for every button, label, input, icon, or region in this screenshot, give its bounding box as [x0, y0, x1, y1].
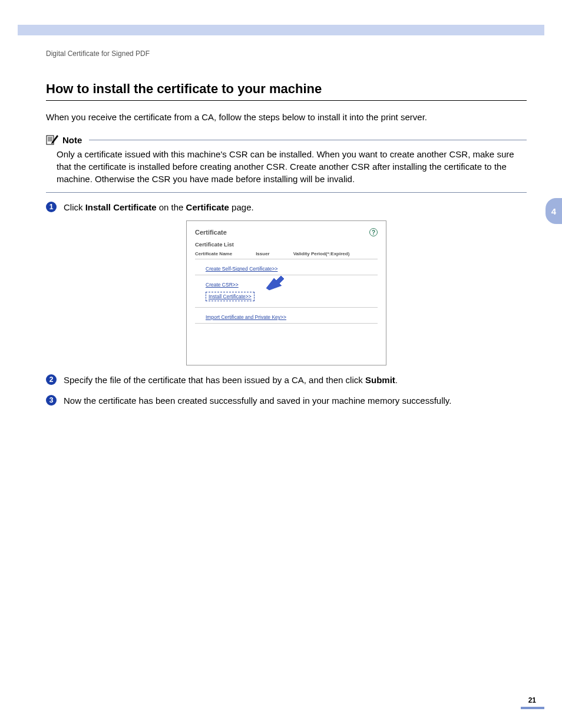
- step-2-text: Specify the file of the certificate that…: [64, 374, 398, 386]
- intro-paragraph: When you receive the certificate from a …: [46, 111, 527, 123]
- note-body: Only a certificate issued with this mach…: [46, 148, 527, 185]
- step-2: 2 Specify the file of the certificate th…: [46, 374, 527, 386]
- ss-subtitle: Certificate List: [195, 241, 378, 248]
- step-3-text: Now the certificate has been created suc…: [64, 394, 451, 407]
- step-1-mid: on the: [157, 202, 186, 212]
- step-1-bold-1: Install Certificate: [85, 202, 157, 212]
- note-block: Note Only a certificate issued with this…: [46, 134, 527, 193]
- help-icon[interactable]: ?: [369, 228, 378, 236]
- step-1-text: Click Install Certificate on the Certifi…: [64, 201, 254, 213]
- ss-divider-1: [195, 259, 378, 259]
- step-3: 3 Now the certificate has been created s…: [46, 394, 527, 407]
- step-1: 1 Click Install Certificate on the Certi…: [46, 201, 527, 213]
- step-1-pre: Click: [64, 202, 85, 212]
- link-create-csr[interactable]: Create CSR>>: [206, 281, 239, 288]
- page-heading: How to install the certificate to your m…: [46, 81, 527, 97]
- ss-col-validity: Validity Period(*:Expired): [293, 251, 350, 256]
- note-label: Note: [62, 135, 82, 145]
- ss-col-name: Certificate Name: [195, 251, 232, 256]
- heading-rule: [46, 100, 527, 101]
- ss-col-issuer: Issuer: [256, 251, 270, 256]
- step-number-2: 2: [46, 374, 57, 385]
- note-top-rule: [89, 140, 527, 140]
- pointer-arrow-icon: [263, 272, 288, 294]
- page-content: Digital Certificate for Signed PDF How t…: [46, 50, 527, 407]
- step-2-post: .: [395, 375, 398, 385]
- step-1-post: page.: [229, 202, 254, 212]
- step-number-1: 1: [46, 202, 57, 212]
- link-import-cert-key[interactable]: Import Certificate and Private Key>>: [206, 314, 286, 321]
- link-install-certificate[interactable]: Install Certificate>>: [206, 292, 254, 301]
- note-bottom-rule: [46, 192, 527, 193]
- step-1-bold-2: Certificate: [186, 202, 229, 212]
- header-accent-bar: [18, 25, 544, 35]
- ss-divider-4: [195, 323, 378, 324]
- breadcrumb: Digital Certificate for Signed PDF: [46, 50, 527, 58]
- page-number: 21: [528, 696, 536, 704]
- ss-divider-3: [195, 307, 378, 308]
- page-number-accent: [521, 707, 544, 709]
- step-2-pre: Specify the file of the certificate that…: [64, 375, 365, 385]
- certificate-page-screenshot: Certificate ? Certificate List Certifica…: [186, 220, 386, 365]
- chapter-tab: 4: [546, 198, 562, 224]
- note-icon: [46, 134, 59, 146]
- step-2-bold: Submit: [365, 375, 395, 385]
- ss-title: Certificate: [195, 229, 227, 236]
- step-number-3: 3: [46, 395, 57, 406]
